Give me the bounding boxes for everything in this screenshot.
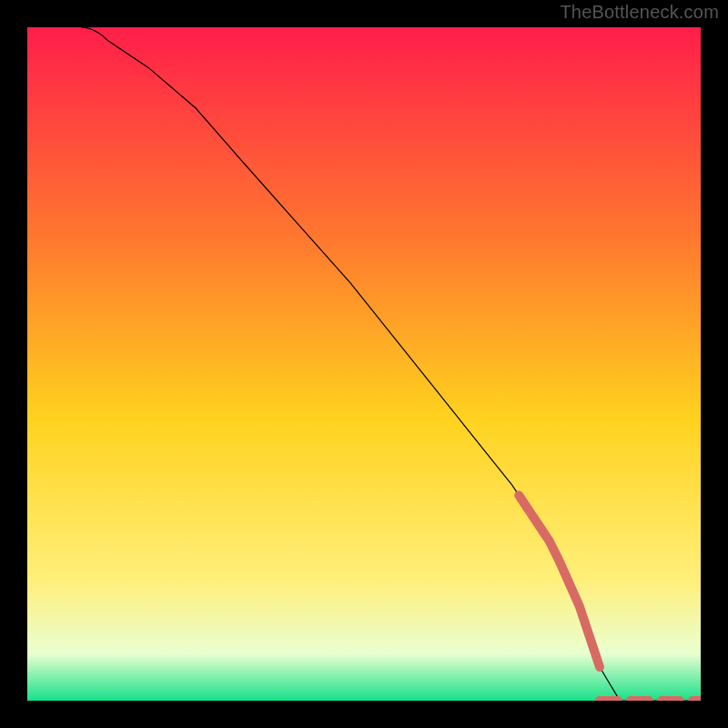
gradient-background [27,27,701,701]
plot-frame [27,27,701,701]
plot-svg [27,27,701,701]
attribution-label: TheBottleneck.com [560,2,719,23]
chart-container: TheBottleneck.com [0,0,728,728]
